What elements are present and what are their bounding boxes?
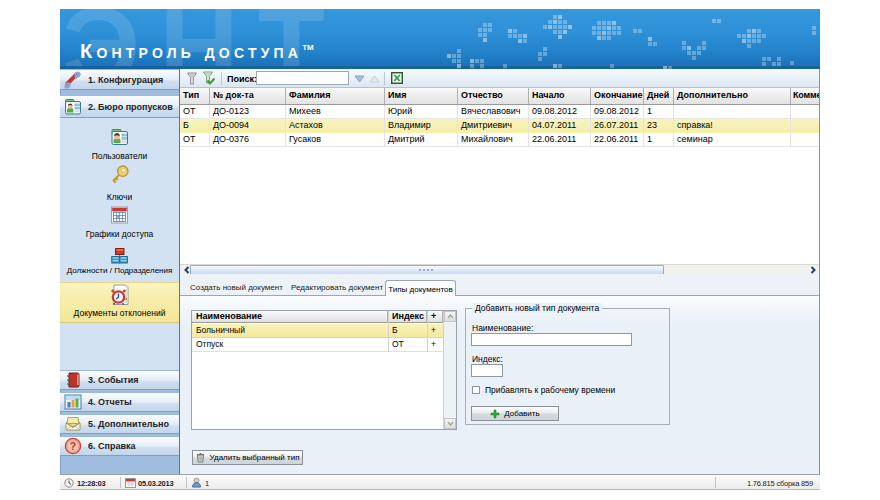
svg-text:?: ? bbox=[70, 440, 76, 452]
